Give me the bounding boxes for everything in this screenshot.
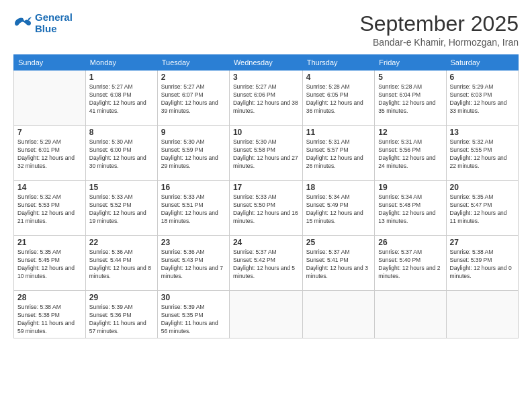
calendar-cell: 5Sunrise: 5:28 AMSunset: 6:04 PMDaylight… — [375, 71, 446, 126]
day-info: Sunrise: 5:33 AMSunset: 5:52 PMDaylight:… — [89, 193, 154, 226]
day-number: 17 — [233, 183, 299, 192]
calendar-cell — [14, 71, 86, 126]
logo-text: General Blue — [35, 12, 73, 34]
day-number: 10 — [233, 128, 299, 137]
calendar-cell — [302, 291, 375, 338]
day-info: Sunrise: 5:39 AMSunset: 5:36 PMDaylight:… — [89, 304, 154, 336]
day-number: 18 — [306, 183, 371, 192]
header: General Blue September 2025 Bandar-e Kha… — [13, 12, 519, 48]
calendar-cell — [375, 291, 446, 338]
day-info: Sunrise: 5:34 AMSunset: 5:48 PMDaylight:… — [378, 193, 442, 226]
day-info: Sunrise: 5:28 AMSunset: 6:05 PMDaylight:… — [306, 83, 371, 116]
col-header-wednesday: Wednesday — [229, 55, 302, 71]
day-info: Sunrise: 5:29 AMSunset: 6:01 PMDaylight:… — [17, 138, 82, 171]
day-number: 13 — [450, 128, 515, 137]
col-header-sunday: Sunday — [14, 55, 86, 71]
col-header-thursday: Thursday — [302, 55, 375, 71]
calendar-week-row: 28Sunrise: 5:38 AMSunset: 5:38 PMDayligh… — [14, 291, 519, 338]
col-header-monday: Monday — [85, 55, 157, 71]
day-info: Sunrise: 5:35 AMSunset: 5:47 PMDaylight:… — [450, 193, 515, 226]
calendar-cell: 8Sunrise: 5:30 AMSunset: 6:00 PMDaylight… — [85, 126, 157, 181]
calendar-cell: 26Sunrise: 5:37 AMSunset: 5:40 PMDayligh… — [375, 236, 446, 291]
day-info: Sunrise: 5:28 AMSunset: 6:04 PMDaylight:… — [378, 83, 442, 116]
calendar-cell: 24Sunrise: 5:37 AMSunset: 5:42 PMDayligh… — [229, 236, 302, 291]
calendar-cell: 18Sunrise: 5:34 AMSunset: 5:49 PMDayligh… — [302, 181, 375, 236]
day-info: Sunrise: 5:32 AMSunset: 5:53 PMDaylight:… — [17, 193, 82, 226]
day-number: 21 — [17, 238, 82, 247]
calendar-cell: 1Sunrise: 5:27 AMSunset: 6:08 PMDaylight… — [85, 71, 157, 126]
day-info: Sunrise: 5:37 AMSunset: 5:42 PMDaylight:… — [233, 248, 299, 281]
logo-line1: General — [35, 11, 73, 23]
calendar-cell: 22Sunrise: 5:36 AMSunset: 5:44 PMDayligh… — [85, 236, 157, 291]
day-number: 22 — [89, 238, 154, 247]
calendar-cell: 25Sunrise: 5:37 AMSunset: 5:41 PMDayligh… — [302, 236, 375, 291]
calendar-cell: 29Sunrise: 5:39 AMSunset: 5:36 PMDayligh… — [85, 291, 157, 338]
logo-icon — [13, 15, 32, 32]
calendar-cell: 27Sunrise: 5:38 AMSunset: 5:39 PMDayligh… — [446, 236, 518, 291]
calendar-cell: 20Sunrise: 5:35 AMSunset: 5:47 PMDayligh… — [446, 181, 518, 236]
day-info: Sunrise: 5:36 AMSunset: 5:44 PMDaylight:… — [89, 248, 154, 281]
day-number: 7 — [17, 128, 82, 137]
calendar-cell: 16Sunrise: 5:33 AMSunset: 5:51 PMDayligh… — [157, 181, 229, 236]
day-info: Sunrise: 5:30 AMSunset: 5:58 PMDaylight:… — [233, 138, 299, 171]
page: General Blue September 2025 Bandar-e Kha… — [0, 0, 532, 411]
calendar-cell: 30Sunrise: 5:39 AMSunset: 5:35 PMDayligh… — [157, 291, 229, 338]
calendar-cell: 2Sunrise: 5:27 AMSunset: 6:07 PMDaylight… — [157, 71, 229, 126]
day-info: Sunrise: 5:35 AMSunset: 5:45 PMDaylight:… — [17, 248, 82, 281]
calendar-cell: 15Sunrise: 5:33 AMSunset: 5:52 PMDayligh… — [85, 181, 157, 236]
day-number: 8 — [89, 128, 154, 137]
day-number: 28 — [17, 293, 82, 302]
day-info: Sunrise: 5:29 AMSunset: 6:03 PMDaylight:… — [450, 83, 515, 116]
day-info: Sunrise: 5:37 AMSunset: 5:41 PMDaylight:… — [306, 248, 371, 281]
day-info: Sunrise: 5:38 AMSunset: 5:38 PMDaylight:… — [17, 304, 82, 336]
logo: General Blue — [13, 12, 73, 34]
day-number: 29 — [89, 293, 154, 302]
day-number: 3 — [233, 73, 299, 82]
logo-line2: Blue — [35, 23, 57, 34]
day-info: Sunrise: 5:30 AMSunset: 5:59 PMDaylight:… — [161, 138, 226, 171]
calendar-cell: 7Sunrise: 5:29 AMSunset: 6:01 PMDaylight… — [14, 126, 86, 181]
day-info: Sunrise: 5:39 AMSunset: 5:35 PMDaylight:… — [161, 304, 226, 336]
location-title: Bandar-e Khamir, Hormozgan, Iran — [359, 37, 519, 48]
calendar-cell — [229, 291, 302, 338]
calendar-week-row: 7Sunrise: 5:29 AMSunset: 6:01 PMDaylight… — [14, 126, 519, 181]
title-block: September 2025 Bandar-e Khamir, Hormozga… — [359, 12, 519, 48]
calendar-cell: 21Sunrise: 5:35 AMSunset: 5:45 PMDayligh… — [14, 236, 86, 291]
calendar-cell: 6Sunrise: 5:29 AMSunset: 6:03 PMDaylight… — [446, 71, 518, 126]
day-info: Sunrise: 5:32 AMSunset: 5:55 PMDaylight:… — [450, 138, 515, 171]
day-number: 23 — [161, 238, 226, 247]
day-number: 19 — [378, 183, 442, 192]
day-info: Sunrise: 5:27 AMSunset: 6:07 PMDaylight:… — [161, 83, 226, 116]
day-info: Sunrise: 5:27 AMSunset: 6:08 PMDaylight:… — [89, 83, 154, 116]
calendar-cell: 13Sunrise: 5:32 AMSunset: 5:55 PMDayligh… — [446, 126, 518, 181]
day-number: 11 — [306, 128, 371, 137]
calendar-cell: 14Sunrise: 5:32 AMSunset: 5:53 PMDayligh… — [14, 181, 86, 236]
col-header-friday: Friday — [375, 55, 446, 71]
calendar-cell: 3Sunrise: 5:27 AMSunset: 6:06 PMDaylight… — [229, 71, 302, 126]
day-number: 6 — [450, 73, 515, 82]
calendar-cell: 11Sunrise: 5:31 AMSunset: 5:57 PMDayligh… — [302, 126, 375, 181]
calendar-cell: 23Sunrise: 5:36 AMSunset: 5:43 PMDayligh… — [157, 236, 229, 291]
day-number: 2 — [161, 73, 226, 82]
col-header-saturday: Saturday — [446, 55, 518, 71]
day-number: 9 — [161, 128, 226, 137]
calendar-cell: 4Sunrise: 5:28 AMSunset: 6:05 PMDaylight… — [302, 71, 375, 126]
day-info: Sunrise: 5:33 AMSunset: 5:51 PMDaylight:… — [161, 193, 226, 226]
calendar-week-row: 14Sunrise: 5:32 AMSunset: 5:53 PMDayligh… — [14, 181, 519, 236]
day-number: 25 — [306, 238, 371, 247]
day-number: 20 — [450, 183, 515, 192]
day-number: 5 — [378, 73, 442, 82]
day-number: 1 — [89, 73, 154, 82]
month-title: September 2025 — [359, 12, 519, 36]
day-number: 15 — [89, 183, 154, 192]
calendar-cell: 17Sunrise: 5:33 AMSunset: 5:50 PMDayligh… — [229, 181, 302, 236]
calendar-cell: 19Sunrise: 5:34 AMSunset: 5:48 PMDayligh… — [375, 181, 446, 236]
day-info: Sunrise: 5:31 AMSunset: 5:56 PMDaylight:… — [378, 138, 442, 171]
day-number: 24 — [233, 238, 299, 247]
day-number: 12 — [378, 128, 442, 137]
day-number: 30 — [161, 293, 226, 302]
day-number: 4 — [306, 73, 371, 82]
col-header-tuesday: Tuesday — [157, 55, 229, 71]
calendar-table: SundayMondayTuesdayWednesdayThursdayFrid… — [13, 54, 519, 338]
calendar-cell: 28Sunrise: 5:38 AMSunset: 5:38 PMDayligh… — [14, 291, 86, 338]
